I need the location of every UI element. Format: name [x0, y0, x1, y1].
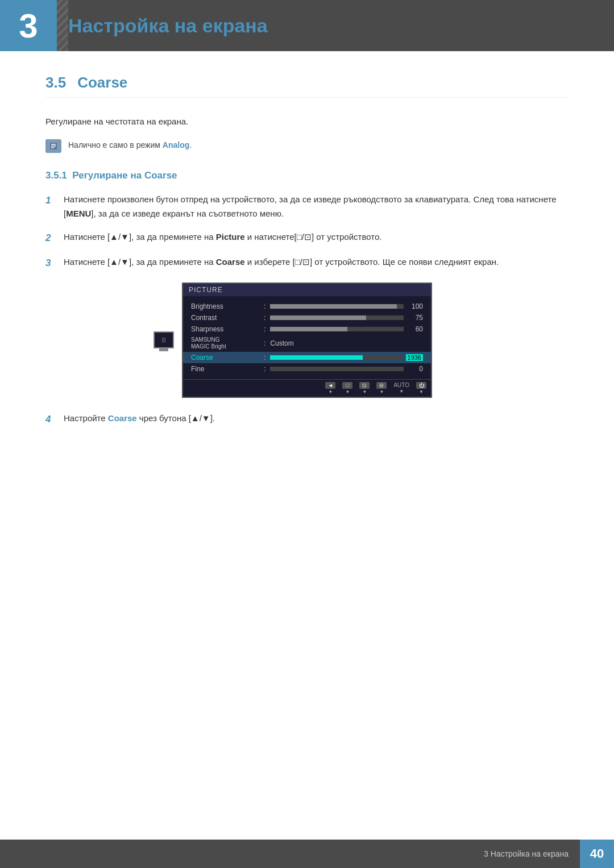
osd-value-coarse: 1936 — [406, 354, 423, 361]
osd-label-brightness: Brightness — [191, 302, 259, 310]
monitor-icon-area — [154, 331, 174, 348]
osd-btn-icon-power: ⏻ — [416, 382, 426, 389]
steps-list: 1 Натиснете произволен бутон отпред на у… — [45, 193, 569, 271]
page-footer: 3 Настройка на екрана 40 — [0, 840, 614, 868]
osd-screen-wrapper: PICTURE Brightness : 100 — [182, 283, 432, 398]
osd-btn-icon-1: ◄ — [325, 382, 335, 389]
osd-bar-contrast — [270, 315, 404, 320]
step-text-3: Натиснете [▲/▼], за да преминете на Coar… — [64, 255, 499, 269]
monitor-stand — [159, 348, 168, 351]
osd-label-contrast: Contrast — [191, 314, 259, 322]
step-4-list: 4 Настройте Coarse чрез бутона [▲/▼]. — [45, 412, 569, 427]
osd-label-magic-bright: SAMSUNGMAGIC Bright — [191, 337, 259, 350]
chapter-number-box: 3 — [0, 0, 57, 51]
osd-value-magic-bright: Custom — [270, 339, 293, 347]
osd-fill-sharpness — [270, 327, 347, 331]
osd-screen: PICTURE Brightness : 100 — [182, 283, 432, 398]
step-text-2: Натиснете [▲/▼], за да преминете на Pict… — [64, 230, 381, 244]
osd-bar-fine — [270, 367, 404, 371]
osd-label-fine: Fine — [191, 365, 259, 373]
step-2: 2 Натиснете [▲/▼], за да преминете на Pi… — [45, 230, 569, 246]
osd-btn-3: ⊡ ▼ — [359, 382, 370, 394]
step-3: 3 Натиснете [▲/▼], за да преминете на Co… — [45, 255, 569, 271]
chapter-number: 3 — [19, 6, 38, 45]
osd-row-fine: Fine : 0 — [183, 363, 431, 375]
osd-btn-auto: AUTO ▼ — [393, 382, 409, 394]
step-1: 1 Натиснете произволен бутон отпред на у… — [45, 193, 569, 221]
step-text-4: Настройте Coarse чрез бутона [▲/▼]. — [64, 412, 215, 426]
osd-row-brightness: Brightness : 100 — [183, 301, 431, 312]
osd-bar-sharpness — [270, 327, 404, 331]
screen-icon-inner — [162, 338, 165, 342]
section-title: 3.5 Coarse — [45, 74, 569, 98]
osd-btn-icon-2: □ — [342, 382, 352, 389]
osd-btn-icon-4: ⊟ — [376, 382, 387, 389]
osd-fill-brightness — [270, 304, 397, 309]
osd-btn-4: ⊟ ▼ — [376, 382, 387, 394]
subsection-title: 3.5.1 Регулиране на Coarse — [45, 170, 569, 181]
osd-fill-coarse — [270, 355, 363, 360]
pencil-icon — [48, 141, 59, 151]
osd-title-bar: PICTURE — [183, 284, 431, 296]
section-name: Coarse — [77, 74, 127, 92]
note-icon — [45, 139, 61, 153]
page-header: 3 Настройка на екрана — [0, 0, 614, 51]
step-text-1: Натиснете произволен бутон отпред на уст… — [64, 193, 569, 221]
osd-row-contrast: Contrast : 75 — [183, 312, 431, 323]
main-content: 3.5 Coarse Регулиране на честотата на ек… — [0, 51, 614, 496]
osd-value-fine: 0 — [407, 365, 423, 373]
section-description: Регулиране на честотата на екрана. — [45, 115, 569, 128]
osd-container: PICTURE Brightness : 100 — [45, 283, 569, 398]
step-4: 4 Настройте Coarse чрез бутона [▲/▼]. — [45, 412, 569, 427]
osd-bar-brightness — [270, 304, 404, 309]
footer-page-number: 40 — [580, 840, 614, 868]
footer-text: 3 Настройка на екрана — [484, 849, 580, 858]
osd-row-sharpness: Sharpness : 60 — [183, 323, 431, 335]
osd-row-coarse: Coarse : 1936 — [183, 352, 431, 363]
osd-value-sharpness: 60 — [407, 325, 423, 333]
note-text: Налично е само в режим Analog. — [68, 139, 192, 151]
step-number-2: 2 — [45, 230, 56, 246]
osd-menu: Brightness : 100 Contrast : — [183, 296, 431, 379]
osd-btn-1: ◄ ▼ — [325, 382, 335, 394]
header-title: Настройка на екрана — [68, 15, 268, 37]
osd-label-coarse: Coarse — [191, 354, 259, 362]
osd-label-sharpness: Sharpness — [191, 325, 259, 333]
osd-bottom-bar: ◄ ▼ □ ▼ ⊡ ▼ ⊟ ▼ — [183, 379, 431, 397]
osd-value-brightness: 100 — [407, 302, 423, 310]
step-number-1: 1 — [45, 193, 56, 209]
osd-row-magic-bright: SAMSUNGMAGIC Bright : Custom — [183, 335, 431, 352]
note-box: Налично е само в режим Analog. — [45, 139, 569, 153]
step-number-3: 3 — [45, 255, 56, 271]
monitor-icon — [154, 331, 174, 348]
step-number-4: 4 — [45, 412, 56, 427]
osd-btn-2: □ ▼ — [342, 382, 352, 394]
osd-fill-contrast — [270, 315, 366, 320]
osd-bar-coarse — [270, 355, 402, 360]
osd-value-contrast: 75 — [407, 314, 423, 322]
osd-btn-power: ⏻ ▼ — [416, 382, 426, 394]
osd-btn-icon-3: ⊡ — [359, 382, 370, 389]
section-number: 3.5 — [45, 74, 66, 92]
